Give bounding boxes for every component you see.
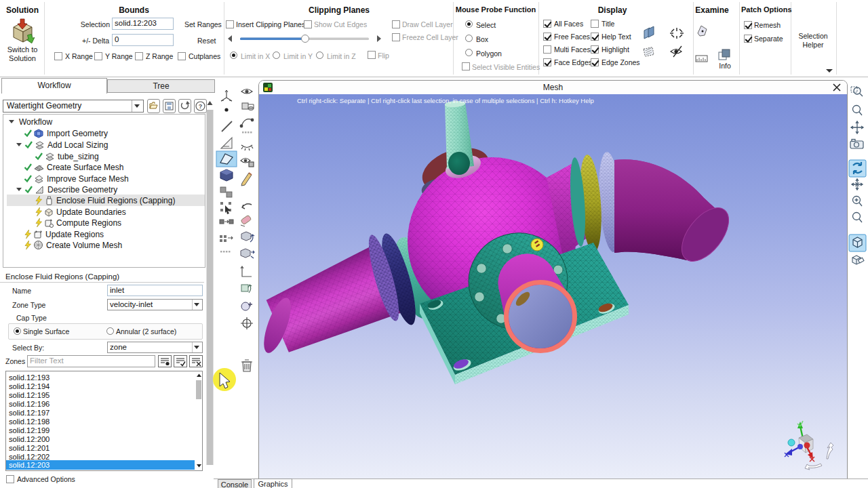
svg-text:?: ? — [199, 103, 203, 110]
